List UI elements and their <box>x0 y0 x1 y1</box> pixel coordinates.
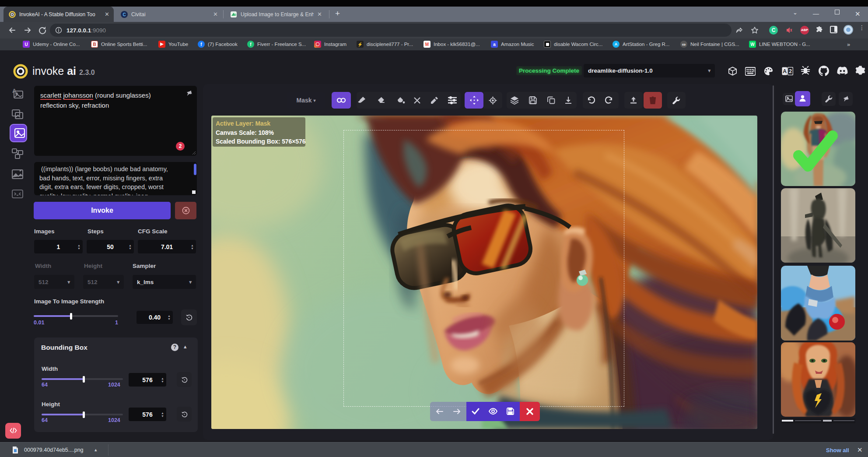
svg-text:C: C <box>122 12 126 17</box>
svg-text:2: 2 <box>789 68 792 74</box>
svg-text:A: A <box>783 68 787 74</box>
